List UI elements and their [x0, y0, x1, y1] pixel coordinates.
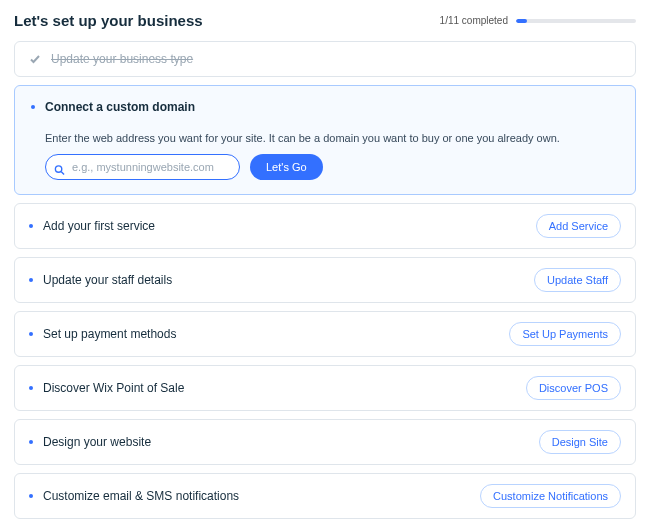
task-update-staff[interactable]: Update your staff details Update Staff [14, 257, 636, 303]
task-hint: Enter the web address you want for your … [45, 132, 619, 144]
lets-go-button[interactable]: Let's Go [250, 154, 323, 180]
page-title: Let's set up your business [14, 12, 203, 29]
add-service-button[interactable]: Add Service [536, 214, 621, 238]
page-header: Let's set up your business 1/11 complete… [14, 12, 636, 29]
task-body: Enter the web address you want for your … [31, 124, 619, 180]
bullet-icon [29, 440, 33, 444]
task-title: Connect a custom domain [45, 100, 619, 114]
update-staff-button[interactable]: Update Staff [534, 268, 621, 292]
setup-task-list: Update your business type Connect a cust… [14, 41, 636, 520]
svg-point-0 [55, 166, 61, 172]
svg-line-1 [61, 172, 64, 175]
task-add-service[interactable]: Add your first service Add Service [14, 203, 636, 249]
task-design-site[interactable]: Design your website Design Site [14, 419, 636, 465]
task-label: Update your staff details [43, 273, 524, 287]
task-payment-methods[interactable]: Set up payment methods Set Up Payments [14, 311, 636, 357]
domain-input-row: Let's Go [45, 154, 619, 180]
bullet-icon [29, 224, 33, 228]
task-label: Add your first service [43, 219, 526, 233]
task-label: Update your business type [51, 52, 621, 66]
domain-input-wrap [45, 154, 240, 180]
bullet-icon [29, 278, 33, 282]
task-label: Customize email & SMS notifications [43, 489, 470, 503]
task-discover-pos[interactable]: Discover Wix Point of Sale Discover POS [14, 365, 636, 411]
customize-notifications-button[interactable]: Customize Notifications [480, 484, 621, 508]
task-connect-domain: Connect a custom domain Enter the web ad… [14, 85, 636, 195]
design-site-button[interactable]: Design Site [539, 430, 621, 454]
check-icon [29, 53, 41, 65]
progress-bar [516, 19, 636, 23]
task-completed[interactable]: Update your business type [14, 41, 636, 77]
task-label: Set up payment methods [43, 327, 499, 341]
bullet-icon [29, 386, 33, 390]
progress-indicator: 1/11 completed [440, 15, 636, 26]
progress-text: 1/11 completed [440, 15, 508, 26]
task-label: Design your website [43, 435, 529, 449]
set-up-payments-button[interactable]: Set Up Payments [509, 322, 621, 346]
discover-pos-button[interactable]: Discover POS [526, 376, 621, 400]
task-label: Discover Wix Point of Sale [43, 381, 516, 395]
domain-input[interactable] [45, 154, 240, 180]
bullet-icon [29, 332, 33, 336]
progress-fill [516, 19, 527, 23]
task-customize-notifications[interactable]: Customize email & SMS notifications Cust… [14, 473, 636, 519]
task-header-row: Connect a custom domain [31, 100, 619, 114]
bullet-icon [29, 494, 33, 498]
search-icon [54, 162, 65, 173]
bullet-icon [31, 105, 35, 109]
